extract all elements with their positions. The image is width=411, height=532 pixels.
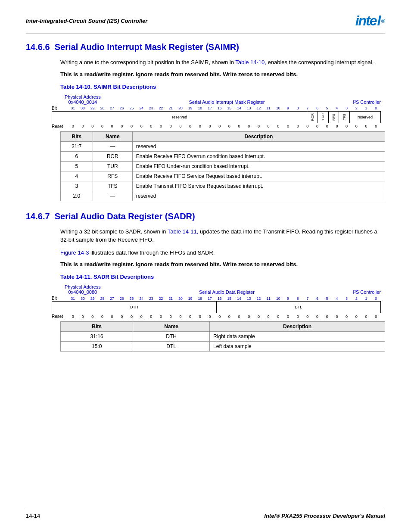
table-row: 5TUREnable FIFO Under-run condition base…	[61, 161, 385, 171]
section-647-body2: Figure 14-3 illustrates data flow throug…	[60, 249, 385, 257]
table-row: 3TFSEnable Transmit FIFO Service Request…	[61, 181, 385, 191]
saimr-reserved-high: reserved	[52, 112, 307, 123]
bit-label: Bit	[52, 106, 68, 111]
sadr-controller: I²S Controller	[353, 289, 381, 295]
saimr-reserved-low: reserved	[350, 112, 380, 123]
sadr-reg-name: Serial Audio Data Register	[199, 289, 255, 295]
footer-doc-title: Intel® PXA255 Processor Developer's Manu…	[264, 513, 385, 519]
bits-col-header-sadr: Bits	[61, 322, 133, 332]
footer-page-number: 14-14	[26, 513, 40, 519]
table-row: 31:16DTHRight data sample	[61, 332, 385, 342]
section-647-title: 14.6.7 Serial Audio Data Register (SADR)	[26, 212, 385, 221]
section-647-body1: Writing a 32-bit sample to SADR, shown i…	[60, 227, 385, 244]
bit-numbers-cells: 31 30 29 28 27 26 25 24 23 22 21 20 19 1…	[68, 106, 381, 110]
saimr-rfs: RFS	[329, 112, 339, 123]
saimr-desc-table: Bits Name Description 31:7—reserved6RORE…	[60, 131, 385, 201]
saimr-reg-name: Serial Audio Interrupt Mask Register	[189, 100, 265, 105]
desc-col-header-sadr: Description	[210, 322, 385, 332]
table-row: 6ROREnable Receive FIFO Overrun conditio…	[61, 151, 385, 161]
sadr-dth: DTH	[52, 302, 217, 313]
table-row: 4RFSEnable Receive FIFO Service Request …	[61, 171, 385, 181]
header-title: Inter-Integrated-Circuit Sound (I2S) Con…	[26, 18, 147, 24]
table-14-10-link[interactable]: Table 14-10,	[235, 59, 266, 65]
table-row: 15:0DTLLeft data sample	[61, 342, 385, 352]
page-header: Inter-Integrated-Circuit Sound (I2S) Con…	[26, 13, 385, 34]
sadr-register-diagram: Physical Address 0x4040_0080 Serial Audi…	[52, 284, 381, 319]
desc-col-header: Description	[132, 131, 385, 141]
sadr-reset-row: Reset 0 0 0 0 0 0 0 0 0 0 0 0 0 0 0 0 0 …	[52, 314, 381, 319]
bits-col-header: Bits	[61, 131, 93, 141]
section-646-title: 14.6.6 Serial Audio Interrupt Mask Regis…	[26, 42, 385, 52]
saimr-controller: I²S Controller	[353, 100, 381, 105]
saimr-ror: ROR	[307, 112, 318, 123]
saimr-register-diagram: Physical Address 0x4040_0014 Serial Audi…	[52, 94, 381, 129]
saimr-tur: TUR	[318, 112, 329, 123]
section-646-note: This is a read/write register. Ignore re…	[60, 71, 385, 78]
sadr-bit-numbers: Bit 31 30 29 28 27 26 25 24 23 22 21 20 …	[52, 296, 381, 301]
saimr-reset-row: Reset 0 0 0 0 0 0 0 0 0 0 0 0 0 0 0 0 0 …	[52, 124, 381, 129]
figure-14-3-link[interactable]: Figure 14-3	[60, 249, 89, 256]
page-footer: 14-14 Intel® PXA255 Processor Developer'…	[26, 509, 385, 519]
section-646-body: Writing a one to the corresponding bit p…	[60, 58, 385, 67]
saimr-tfs: TFS	[339, 112, 350, 123]
saimr-bit-numbers: Bit 31 30 29 28 27 26 25 24 23 22 21 20 …	[52, 106, 381, 111]
intel-logo: intel®	[355, 13, 385, 29]
sadr-desc-table: Bits Name Description 31:16DTHRight data…	[60, 321, 385, 352]
table-1410-title: Table 14-10. SAIMR Bit Descriptions	[60, 84, 385, 90]
sadr-reg-cells: DTH DTL	[52, 301, 381, 313]
table-row: 2:0—reserved	[61, 191, 385, 201]
saimr-phys-addr: Physical Address 0x4040_0014	[65, 94, 101, 105]
sadr-dtl: DTL	[217, 302, 381, 313]
saimr-reg-cells: reserved ROR TUR RFS TFS reserved	[52, 111, 381, 123]
table-row: 31:7—reserved	[61, 141, 385, 151]
name-col-header-sadr: Name	[133, 322, 210, 332]
section-647-note: This is a read/write register. Ignore re…	[60, 261, 385, 268]
table-14-11-link[interactable]: Table 14-11,	[168, 228, 199, 235]
table-1411-title: Table 14-11. SADR Bit Descriptions	[60, 274, 385, 280]
name-col-header: Name	[93, 131, 132, 141]
sadr-phys-addr: Physical Address 0x4040_0080	[65, 284, 101, 295]
